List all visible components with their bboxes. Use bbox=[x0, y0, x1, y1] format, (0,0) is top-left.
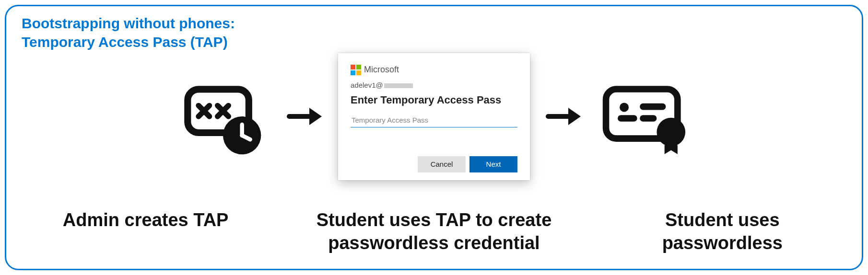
credential-badge-icon bbox=[597, 69, 693, 164]
caption-step1: Admin creates TAP bbox=[45, 209, 246, 232]
caption-step2-line1: Student uses TAP to create bbox=[317, 210, 552, 230]
caption-step3: Student uses passwordless bbox=[622, 209, 823, 254]
step-tap-dialog: Microsoft adelev1@ Enter Temporary Acces… bbox=[338, 53, 530, 180]
caption-step3-line1: Student uses bbox=[665, 210, 780, 230]
caption-step3-line2: passwordless bbox=[662, 233, 783, 253]
arrow-right-icon bbox=[544, 97, 583, 136]
title-line1: Bootstrapping without phones: bbox=[22, 15, 235, 31]
svg-marker-9 bbox=[309, 108, 322, 125]
svg-point-17 bbox=[657, 118, 685, 147]
caption-step2: Student uses TAP to create passwordless … bbox=[285, 209, 583, 254]
cancel-button[interactable]: Cancel bbox=[418, 156, 466, 172]
account-masked bbox=[384, 83, 413, 88]
arrow-right-icon bbox=[285, 97, 324, 136]
microsoft-logo-icon bbox=[351, 65, 361, 75]
captions-row: Admin creates TAP Student uses TAP to cr… bbox=[6, 209, 862, 254]
diagram-frame: Bootstrapping without phones: Temporary … bbox=[5, 5, 863, 270]
step-student-passwordless bbox=[597, 69, 693, 164]
microsoft-brand: Microsoft bbox=[351, 65, 517, 75]
svg-rect-16 bbox=[640, 115, 657, 122]
account-prefix: adelev1@ bbox=[351, 81, 383, 89]
account-line: adelev1@ bbox=[351, 81, 517, 89]
step-admin-creates-tap bbox=[175, 69, 271, 164]
password-clock-icon bbox=[175, 69, 271, 164]
caption-step2-line2: passwordless credential bbox=[328, 233, 540, 253]
svg-rect-15 bbox=[640, 103, 666, 110]
next-button[interactable]: Next bbox=[469, 156, 517, 172]
svg-rect-14 bbox=[618, 115, 637, 122]
tap-dialog: Microsoft adelev1@ Enter Temporary Acces… bbox=[338, 53, 530, 180]
dialog-heading: Enter Temporary Access Pass bbox=[351, 94, 517, 106]
svg-point-13 bbox=[620, 103, 629, 112]
tap-input[interactable] bbox=[351, 114, 517, 127]
brand-text: Microsoft bbox=[364, 65, 399, 75]
steps-row: Microsoft adelev1@ Enter Temporary Acces… bbox=[6, 30, 862, 203]
svg-marker-11 bbox=[568, 108, 581, 125]
dialog-buttons: Cancel Next bbox=[351, 156, 517, 172]
